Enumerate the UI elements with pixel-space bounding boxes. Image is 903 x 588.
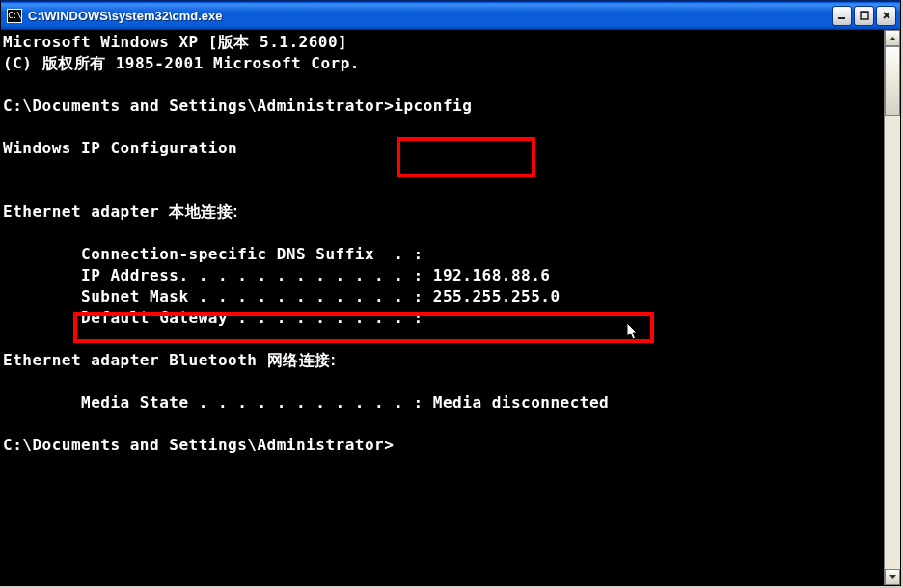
svg-rect-2 <box>861 12 868 13</box>
cmd-icon: C:\ <box>7 9 22 23</box>
minimize-button[interactable] <box>832 6 852 26</box>
media-state-line: Media State . . . . . . . . . . . : Medi… <box>3 393 609 412</box>
close-icon <box>882 11 891 20</box>
prompt-1: C:\Documents and Settings\Administrator> <box>3 96 394 115</box>
window-title: C:\WINDOWS\system32\cmd.exe <box>28 9 832 23</box>
line-1: Microsoft Windows XP [版本 5.1.2600] <box>3 33 347 51</box>
default-gateway-line: Default Gateway . . . . . . . . . : <box>3 308 424 327</box>
cmd-window: C:\ C:\WINDOWS\system32\cmd.exe Microsof… <box>0 0 901 586</box>
scroll-down-button[interactable] <box>885 569 900 585</box>
line-2: (C) 版权所有 1985-2001 Microsoft Corp. <box>3 54 360 72</box>
scroll-track[interactable] <box>885 46 900 569</box>
command-ipconfig: ipconfig <box>394 96 472 115</box>
svg-rect-0 <box>838 17 845 19</box>
subnet-mask-line: Subnet Mask . . . . . . . . . . . : 255.… <box>3 287 561 306</box>
mouse-cursor-icon <box>626 322 640 341</box>
line-6: Windows IP Configuration <box>3 139 237 157</box>
minimize-icon <box>837 11 847 20</box>
chevron-up-icon <box>889 37 896 40</box>
scroll-thumb[interactable] <box>885 46 900 116</box>
scroll-up-button[interactable] <box>885 30 900 46</box>
prompt-2: C:\Documents and Settings\Administrator> <box>3 436 394 454</box>
ethernet-bluetooth-header: Ethernet adapter Bluetooth 网络连接: <box>3 351 336 369</box>
highlight-ipconfig <box>397 137 535 177</box>
titlebar[interactable]: C:\ C:\WINDOWS\system32\cmd.exe <box>1 2 900 30</box>
vertical-scrollbar[interactable] <box>884 30 900 585</box>
close-button[interactable] <box>876 6 896 26</box>
terminal-area: Microsoft Windows XP [版本 5.1.2600] (C) 版… <box>1 30 900 585</box>
maximize-button[interactable] <box>854 6 874 26</box>
terminal-content[interactable]: Microsoft Windows XP [版本 5.1.2600] (C) 版… <box>1 30 884 585</box>
dns-suffix-line: Connection-specific DNS Suffix . : <box>3 245 424 263</box>
svg-marker-6 <box>889 575 896 579</box>
ip-address-line: IP Address. . . . . . . . . . . . : 192.… <box>3 266 550 284</box>
ethernet-lan-header: Ethernet adapter 本地连接: <box>3 202 238 221</box>
maximize-icon <box>860 11 869 20</box>
chevron-down-icon <box>889 575 896 579</box>
window-buttons <box>832 6 896 26</box>
svg-marker-5 <box>889 37 896 40</box>
